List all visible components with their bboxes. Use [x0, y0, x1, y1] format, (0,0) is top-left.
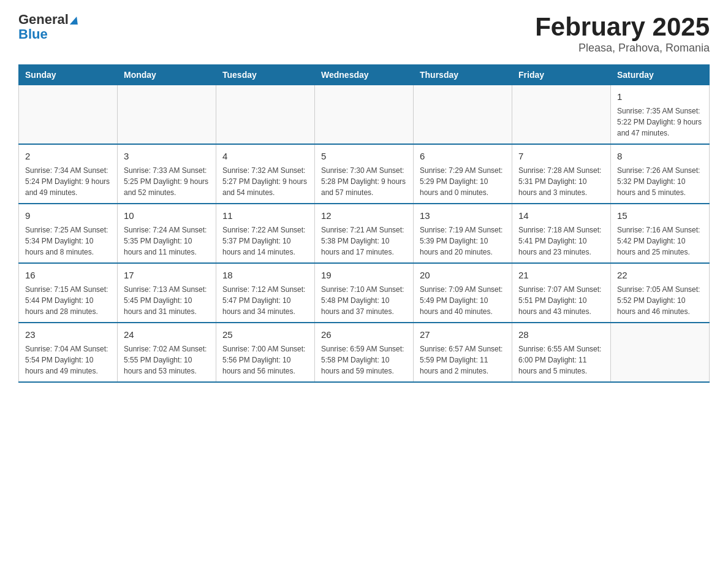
day-number: 7	[518, 150, 604, 163]
day-number: 5	[321, 150, 407, 163]
day-cell: 22Sunrise: 7:05 AM Sunset: 5:52 PM Dayli…	[611, 263, 710, 323]
day-cell	[512, 85, 611, 145]
day-number: 4	[222, 150, 308, 163]
day-info: Sunrise: 7:19 AM Sunset: 5:39 PM Dayligh…	[420, 224, 506, 258]
day-number: 10	[124, 209, 210, 222]
day-cell: 24Sunrise: 7:02 AM Sunset: 5:55 PM Dayli…	[118, 323, 216, 382]
day-cell: 21Sunrise: 7:07 AM Sunset: 5:51 PM Dayli…	[512, 263, 611, 323]
day-cell	[414, 85, 512, 145]
day-info: Sunrise: 7:28 AM Sunset: 5:31 PM Dayligh…	[518, 165, 604, 198]
weekday-header: Thursday	[414, 65, 512, 85]
logo: General Blue	[18, 12, 78, 42]
day-info: Sunrise: 7:05 AM Sunset: 5:52 PM Dayligh…	[617, 284, 703, 317]
day-cell: 6Sunrise: 7:29 AM Sunset: 5:29 PM Daylig…	[414, 144, 512, 204]
day-number: 19	[321, 269, 407, 282]
day-cell	[216, 85, 315, 145]
logo-general: General	[18, 12, 78, 27]
day-number: 18	[222, 269, 308, 282]
day-cell	[118, 85, 216, 145]
day-number: 14	[518, 209, 604, 222]
day-info: Sunrise: 7:12 AM Sunset: 5:47 PM Dayligh…	[222, 284, 308, 317]
day-cell: 12Sunrise: 7:21 AM Sunset: 5:38 PM Dayli…	[315, 204, 414, 263]
day-info: Sunrise: 7:15 AM Sunset: 5:44 PM Dayligh…	[25, 284, 111, 317]
day-number: 22	[617, 269, 703, 282]
day-number: 28	[518, 328, 604, 341]
day-cell: 28Sunrise: 6:55 AM Sunset: 6:00 PM Dayli…	[512, 323, 611, 382]
day-info: Sunrise: 7:26 AM Sunset: 5:32 PM Dayligh…	[617, 165, 703, 198]
day-number: 8	[617, 150, 703, 163]
page-header: General Blue February 2025 Pleasa, Praho…	[18, 12, 710, 55]
day-number: 20	[420, 269, 506, 282]
week-row: 2Sunrise: 7:34 AM Sunset: 5:24 PM Daylig…	[19, 144, 710, 204]
weekday-header: Saturday	[611, 65, 710, 85]
day-number: 27	[420, 328, 506, 341]
day-info: Sunrise: 7:02 AM Sunset: 5:55 PM Dayligh…	[124, 343, 210, 377]
day-cell: 16Sunrise: 7:15 AM Sunset: 5:44 PM Dayli…	[19, 263, 118, 323]
day-info: Sunrise: 7:16 AM Sunset: 5:42 PM Dayligh…	[617, 224, 703, 258]
day-info: Sunrise: 7:09 AM Sunset: 5:49 PM Dayligh…	[420, 284, 506, 317]
day-cell: 10Sunrise: 7:24 AM Sunset: 5:35 PM Dayli…	[118, 204, 216, 263]
day-cell: 25Sunrise: 7:00 AM Sunset: 5:56 PM Dayli…	[216, 323, 315, 382]
day-info: Sunrise: 7:34 AM Sunset: 5:24 PM Dayligh…	[25, 165, 111, 198]
day-info: Sunrise: 7:13 AM Sunset: 5:45 PM Dayligh…	[124, 284, 210, 317]
day-cell: 20Sunrise: 7:09 AM Sunset: 5:49 PM Dayli…	[414, 263, 512, 323]
week-row: 16Sunrise: 7:15 AM Sunset: 5:44 PM Dayli…	[19, 263, 710, 323]
weekday-header: Wednesday	[315, 65, 414, 85]
day-cell: 7Sunrise: 7:28 AM Sunset: 5:31 PM Daylig…	[512, 144, 611, 204]
logo-blue: Blue	[18, 27, 48, 42]
weekday-header: Monday	[118, 65, 216, 85]
weekday-header: Tuesday	[216, 65, 315, 85]
day-cell: 18Sunrise: 7:12 AM Sunset: 5:47 PM Dayli…	[216, 263, 315, 323]
day-number: 1	[617, 90, 703, 103]
day-cell: 3Sunrise: 7:33 AM Sunset: 5:25 PM Daylig…	[118, 144, 216, 204]
location: Pleasa, Prahova, Romania	[535, 42, 710, 55]
day-info: Sunrise: 7:32 AM Sunset: 5:27 PM Dayligh…	[222, 165, 308, 198]
day-number: 21	[518, 269, 604, 282]
day-number: 13	[420, 209, 506, 222]
month-title: February 2025	[535, 12, 710, 42]
day-cell: 19Sunrise: 7:10 AM Sunset: 5:48 PM Dayli…	[315, 263, 414, 323]
weekday-header: Sunday	[19, 65, 118, 85]
day-cell: 9Sunrise: 7:25 AM Sunset: 5:34 PM Daylig…	[19, 204, 118, 263]
day-number: 25	[222, 328, 308, 341]
title-block: February 2025 Pleasa, Prahova, Romania	[535, 12, 710, 55]
day-info: Sunrise: 6:59 AM Sunset: 5:58 PM Dayligh…	[321, 343, 407, 377]
weekday-row: SundayMondayTuesdayWednesdayThursdayFrid…	[19, 65, 710, 85]
day-cell: 13Sunrise: 7:19 AM Sunset: 5:39 PM Dayli…	[414, 204, 512, 263]
day-number: 9	[25, 209, 111, 222]
day-info: Sunrise: 7:04 AM Sunset: 5:54 PM Dayligh…	[25, 343, 111, 377]
day-info: Sunrise: 7:33 AM Sunset: 5:25 PM Dayligh…	[124, 165, 210, 198]
day-number: 23	[25, 328, 111, 341]
day-number: 3	[124, 150, 210, 163]
day-cell: 8Sunrise: 7:26 AM Sunset: 5:32 PM Daylig…	[611, 144, 710, 204]
day-cell: 23Sunrise: 7:04 AM Sunset: 5:54 PM Dayli…	[19, 323, 118, 382]
day-info: Sunrise: 7:07 AM Sunset: 5:51 PM Dayligh…	[518, 284, 604, 317]
week-row: 9Sunrise: 7:25 AM Sunset: 5:34 PM Daylig…	[19, 204, 710, 263]
day-info: Sunrise: 7:18 AM Sunset: 5:41 PM Dayligh…	[518, 224, 604, 258]
day-info: Sunrise: 6:55 AM Sunset: 6:00 PM Dayligh…	[518, 343, 604, 377]
day-cell: 4Sunrise: 7:32 AM Sunset: 5:27 PM Daylig…	[216, 144, 315, 204]
day-number: 11	[222, 209, 308, 222]
day-cell: 11Sunrise: 7:22 AM Sunset: 5:37 PM Dayli…	[216, 204, 315, 263]
calendar-header: SundayMondayTuesdayWednesdayThursdayFrid…	[19, 65, 710, 85]
weekday-header: Friday	[512, 65, 611, 85]
day-cell: 27Sunrise: 6:57 AM Sunset: 5:59 PM Dayli…	[414, 323, 512, 382]
day-cell: 26Sunrise: 6:59 AM Sunset: 5:58 PM Dayli…	[315, 323, 414, 382]
week-row: 1Sunrise: 7:35 AM Sunset: 5:22 PM Daylig…	[19, 85, 710, 145]
day-info: Sunrise: 7:29 AM Sunset: 5:29 PM Dayligh…	[420, 165, 506, 198]
day-number: 24	[124, 328, 210, 341]
day-cell: 14Sunrise: 7:18 AM Sunset: 5:41 PM Dayli…	[512, 204, 611, 263]
day-number: 2	[25, 150, 111, 163]
day-cell	[611, 323, 710, 382]
day-cell: 1Sunrise: 7:35 AM Sunset: 5:22 PM Daylig…	[611, 85, 710, 145]
day-cell	[19, 85, 118, 145]
day-info: Sunrise: 7:25 AM Sunset: 5:34 PM Dayligh…	[25, 224, 111, 258]
calendar-table: SundayMondayTuesdayWednesdayThursdayFrid…	[18, 64, 710, 383]
week-row: 23Sunrise: 7:04 AM Sunset: 5:54 PM Dayli…	[19, 323, 710, 382]
day-info: Sunrise: 7:22 AM Sunset: 5:37 PM Dayligh…	[222, 224, 308, 258]
day-number: 15	[617, 209, 703, 222]
day-info: Sunrise: 7:10 AM Sunset: 5:48 PM Dayligh…	[321, 284, 407, 317]
calendar-body: 1Sunrise: 7:35 AM Sunset: 5:22 PM Daylig…	[19, 85, 710, 383]
day-info: Sunrise: 7:24 AM Sunset: 5:35 PM Dayligh…	[124, 224, 210, 258]
day-info: Sunrise: 6:57 AM Sunset: 5:59 PM Dayligh…	[420, 343, 506, 377]
